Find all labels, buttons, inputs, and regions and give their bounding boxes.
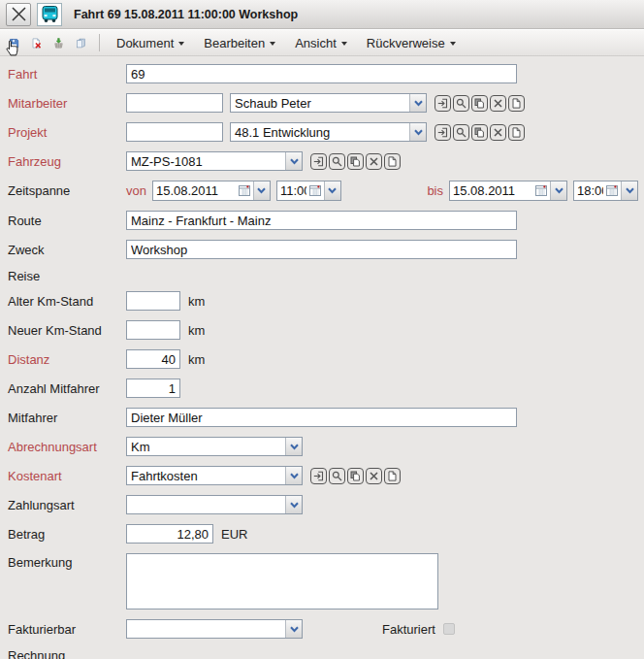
menu-dokument[interactable]: Dokument bbox=[107, 33, 194, 53]
menu-ansicht[interactable]: Ansicht bbox=[285, 33, 357, 53]
kostenart-dropdown[interactable]: Fahrtkosten bbox=[126, 466, 303, 485]
bemerkung-textarea[interactable] bbox=[126, 553, 438, 610]
clear-icon[interactable] bbox=[490, 124, 506, 141]
mitfahrer-input[interactable] bbox=[126, 408, 517, 427]
new-record-icon[interactable] bbox=[384, 468, 401, 484]
mitarbeiter-code-input[interactable] bbox=[126, 93, 223, 113]
clear-icon[interactable] bbox=[366, 153, 382, 170]
von-date-input[interactable] bbox=[153, 183, 239, 198]
window-title: Fahrt 69 15.08.2011 11:00:00 Workshop bbox=[74, 8, 298, 21]
distanz-input[interactable] bbox=[126, 349, 180, 369]
paste-button[interactable] bbox=[48, 31, 70, 54]
close-button[interactable] bbox=[6, 3, 31, 26]
row-betrag: Betrag EUR bbox=[8, 524, 644, 544]
chevron-down-icon[interactable] bbox=[285, 620, 302, 638]
clear-icon[interactable] bbox=[366, 468, 382, 484]
delete-button[interactable] bbox=[25, 31, 48, 54]
new-record-icon[interactable] bbox=[384, 153, 401, 170]
fahrzeug-label: Fahrzeug bbox=[8, 154, 126, 169]
row-mitfahrer: Mitfahrer bbox=[8, 408, 644, 427]
distanz-unit: km bbox=[188, 352, 205, 367]
chevron-down-icon[interactable] bbox=[285, 152, 302, 170]
row-distanz: Distanz km bbox=[8, 349, 644, 369]
route-label: Route bbox=[8, 214, 126, 228]
search-icon[interactable] bbox=[453, 95, 469, 112]
menu-bearbeiten[interactable]: Bearbeiten bbox=[194, 33, 285, 53]
chevron-down-icon[interactable] bbox=[285, 438, 302, 455]
abrechnungsart-label: Abrechnungsart bbox=[8, 440, 126, 454]
neuer-km-unit: km bbox=[188, 323, 205, 338]
copy-record-icon[interactable] bbox=[471, 95, 488, 112]
zahlungsart-dropdown[interactable] bbox=[126, 495, 303, 514]
open-record-icon[interactable] bbox=[435, 95, 451, 112]
copy-record-icon[interactable] bbox=[347, 153, 364, 170]
anzahl-mitfahrer-input[interactable] bbox=[126, 379, 180, 398]
route-input[interactable] bbox=[126, 211, 517, 230]
clear-icon[interactable] bbox=[490, 95, 506, 112]
von-time-picker[interactable] bbox=[276, 181, 341, 201]
copy-record-icon[interactable] bbox=[471, 124, 488, 141]
alter-km-label: Alter Km-Stand bbox=[8, 294, 126, 309]
row-zahlungsart: Zahlungsart bbox=[8, 495, 644, 514]
mitarbeiter-label: Mitarbeiter bbox=[8, 96, 126, 111]
open-record-icon[interactable] bbox=[310, 153, 327, 170]
open-record-icon[interactable] bbox=[310, 468, 327, 484]
chevron-down-icon[interactable] bbox=[285, 467, 302, 484]
alter-km-unit: km bbox=[188, 294, 205, 309]
fakturierbar-dropdown[interactable] bbox=[126, 619, 303, 639]
chevron-down-icon[interactable] bbox=[409, 123, 426, 141]
row-route: Route bbox=[8, 211, 644, 230]
copy-button[interactable] bbox=[70, 31, 92, 54]
projekt-code-input[interactable] bbox=[126, 122, 223, 142]
save-button[interactable] bbox=[3, 31, 25, 54]
paste-basket-icon bbox=[53, 34, 64, 52]
chevron-down-icon[interactable] bbox=[285, 496, 302, 513]
menu-caret-icon bbox=[450, 42, 456, 46]
von-time-input[interactable] bbox=[277, 183, 309, 198]
menu-caret-icon bbox=[270, 42, 275, 46]
alter-km-input[interactable] bbox=[126, 291, 180, 311]
copy-icon bbox=[76, 34, 86, 52]
row-abrechnungsart: Abrechnungsart Km bbox=[8, 437, 644, 456]
fakturierbar-label: Fakturierbar bbox=[8, 622, 126, 637]
reise-section-label: Reise bbox=[8, 269, 126, 283]
betrag-label: Betrag bbox=[8, 527, 126, 542]
distanz-label: Distanz bbox=[8, 352, 126, 367]
mitarbeiter-dropdown[interactable]: Schaub Peter bbox=[230, 93, 427, 113]
new-record-icon[interactable] bbox=[508, 124, 525, 141]
menubar-separator bbox=[99, 34, 100, 51]
bis-time-picker[interactable] bbox=[573, 181, 638, 201]
copy-record-icon[interactable] bbox=[347, 468, 364, 484]
bis-time-input[interactable] bbox=[574, 183, 606, 198]
zweck-input[interactable] bbox=[126, 240, 517, 259]
menu-rueckverweise[interactable]: Rückverweise bbox=[357, 33, 466, 53]
chevron-down-icon[interactable] bbox=[409, 94, 426, 112]
row-anzahl-mitfahrer: Anzahl Mitfahrer bbox=[8, 379, 644, 398]
chevron-down-icon[interactable] bbox=[253, 181, 270, 200]
chevron-down-icon[interactable] bbox=[324, 181, 340, 200]
fahrzeug-dropdown[interactable]: MZ-PS-1081 bbox=[126, 151, 303, 171]
search-icon[interactable] bbox=[329, 468, 345, 484]
bis-date-input[interactable] bbox=[450, 183, 535, 198]
fahrt-label: Fahrt bbox=[8, 67, 126, 82]
projekt-dropdown[interactable]: 48.1 Entwicklung bbox=[230, 122, 427, 142]
new-record-icon[interactable] bbox=[508, 95, 525, 112]
von-date-picker[interactable] bbox=[152, 181, 271, 201]
row-neuer-km: Neuer Km-Stand km bbox=[8, 320, 644, 340]
projekt-label: Projekt bbox=[8, 125, 126, 140]
chevron-down-icon[interactable] bbox=[621, 181, 637, 200]
neuer-km-input[interactable] bbox=[126, 320, 180, 340]
betrag-field bbox=[126, 524, 213, 544]
row-reise: Reise bbox=[8, 269, 644, 283]
close-icon bbox=[11, 7, 27, 21]
von-label: von bbox=[126, 183, 146, 198]
delete-document-icon bbox=[31, 34, 42, 52]
abrechnungsart-dropdown[interactable]: Km bbox=[126, 437, 303, 456]
bis-label: bis bbox=[427, 183, 443, 198]
chevron-down-icon[interactable] bbox=[550, 181, 566, 200]
bis-date-picker[interactable] bbox=[449, 181, 567, 201]
search-icon[interactable] bbox=[329, 153, 345, 170]
search-icon[interactable] bbox=[453, 124, 469, 141]
neuer-km-label: Neuer Km-Stand bbox=[8, 323, 126, 338]
open-record-icon[interactable] bbox=[435, 124, 451, 141]
